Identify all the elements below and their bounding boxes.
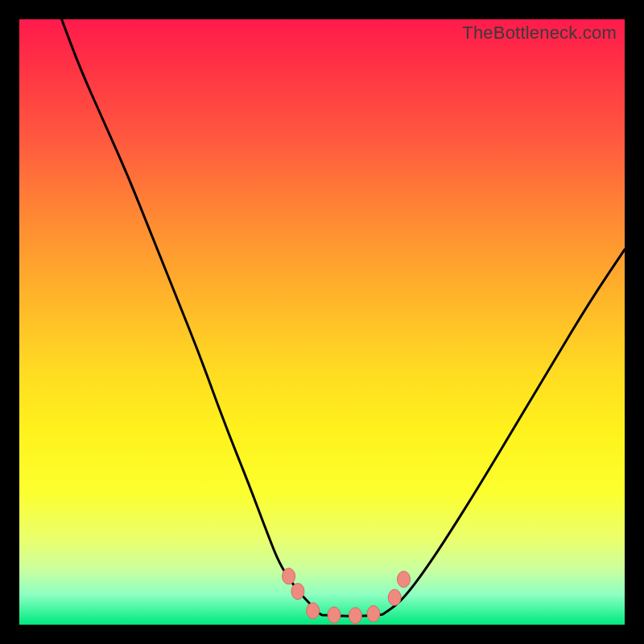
- marker-dot: [307, 603, 320, 619]
- marker-dot: [349, 608, 361, 624]
- marker-dot: [291, 584, 304, 600]
- marker-dot: [283, 568, 295, 584]
- plot-area: TheBottleneck.com: [19, 19, 625, 625]
- marker-dot: [328, 607, 341, 623]
- marker-dot: [388, 589, 401, 605]
- marker-dot: [398, 572, 411, 588]
- outer-frame: TheBottleneck.com: [0, 0, 644, 644]
- chart-svg: [19, 19, 625, 625]
- bottleneck-curve-path: [62, 19, 625, 617]
- marker-dot: [367, 606, 380, 622]
